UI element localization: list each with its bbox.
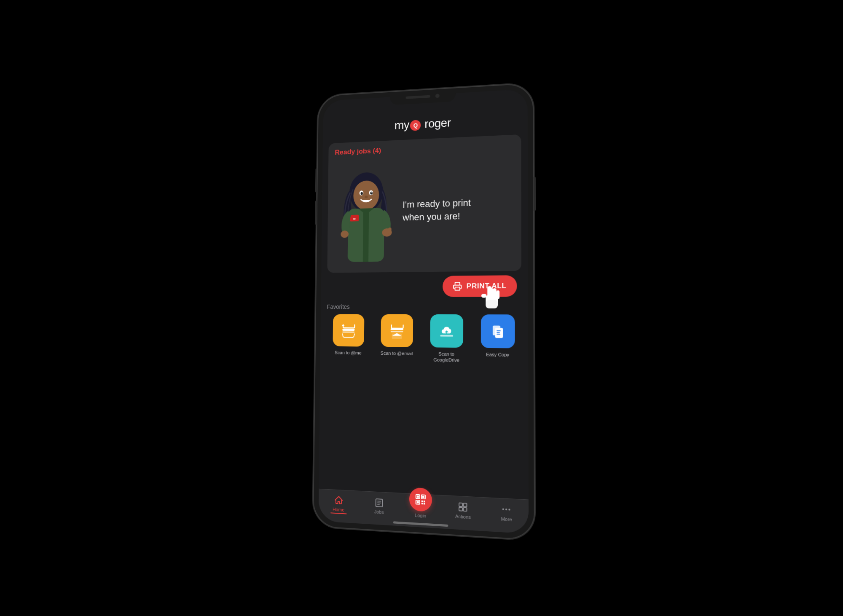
svg-rect-51 xyxy=(463,508,467,512)
app-logo: myQ roger xyxy=(395,116,451,132)
fav-label-scan-gdrive: Scan toGoogleDrive xyxy=(433,351,459,364)
svg-rect-10 xyxy=(363,208,369,262)
svg-rect-22 xyxy=(486,300,498,308)
fav-label-scan-email: Scan to @email xyxy=(381,350,413,356)
svg-point-52 xyxy=(502,508,504,510)
fav-icon-scan-gdrive xyxy=(430,314,463,348)
svg-rect-26 xyxy=(390,331,403,332)
fav-item-scan-gdrive[interactable]: Scan toGoogleDrive xyxy=(423,314,470,364)
fav-label-scan-me: Scan to @me xyxy=(335,350,362,356)
scene: myQ roger Ready jobs (4) xyxy=(0,0,843,616)
actions-icon xyxy=(458,501,468,512)
svg-point-54 xyxy=(509,509,510,510)
qr-icon xyxy=(415,493,427,506)
mascot-area: ID xyxy=(334,162,399,262)
scan-to-gdrive-icon xyxy=(438,322,455,340)
svg-rect-32 xyxy=(497,332,500,333)
fav-icon-scan-email xyxy=(381,314,413,347)
logo-roger: roger xyxy=(424,116,451,131)
ready-jobs-card: Ready jobs (4) xyxy=(327,134,521,273)
svg-rect-48 xyxy=(459,503,462,507)
svg-rect-33 xyxy=(497,334,500,335)
svg-rect-20 xyxy=(497,290,499,299)
nav-item-more[interactable]: More xyxy=(485,501,529,525)
logo-my: my xyxy=(395,118,409,132)
fav-label-easy-copy: Easy Copy xyxy=(486,351,509,358)
jobs-icon xyxy=(374,497,384,508)
nav-item-login[interactable]: Login xyxy=(400,497,442,520)
fav-icon-scan-me xyxy=(333,314,364,347)
nav-label-login: Login xyxy=(415,513,426,519)
svg-rect-31 xyxy=(497,330,501,331)
svg-rect-14 xyxy=(388,228,392,235)
mascot-illustration: ID xyxy=(336,166,397,262)
nav-item-jobs[interactable]: Jobs xyxy=(359,495,400,517)
ready-message-line1: I'm ready to print xyxy=(403,198,471,210)
favorites-grid: Scan to @me xyxy=(326,314,522,364)
nav-item-actions[interactable]: Actions xyxy=(442,499,485,522)
svg-rect-49 xyxy=(463,503,467,507)
svg-rect-23 xyxy=(342,329,354,331)
svg-rect-28 xyxy=(440,335,453,337)
svg-rect-30 xyxy=(495,328,503,338)
svg-rect-39 xyxy=(417,495,419,498)
svg-rect-45 xyxy=(424,501,425,502)
svg-rect-44 xyxy=(422,501,423,502)
scan-to-me-icon xyxy=(340,321,357,339)
svg-point-53 xyxy=(505,509,507,510)
ready-message-line2: when you are! xyxy=(403,211,460,222)
easy-copy-icon xyxy=(489,322,507,340)
fav-item-scan-email[interactable]: Scan to @email xyxy=(374,314,419,363)
ready-message: I'm ready to print when you are! xyxy=(403,196,514,224)
phone-frame: myQ roger Ready jobs (4) xyxy=(314,83,534,539)
svg-rect-50 xyxy=(459,507,462,511)
ready-jobs-body: ID xyxy=(327,153,521,271)
nav-label-jobs: Jobs xyxy=(374,509,384,514)
print-all-area: PRINT ALL xyxy=(327,275,521,297)
power-button[interactable] xyxy=(534,177,536,211)
svg-rect-19 xyxy=(490,288,493,298)
volume-up-button[interactable] xyxy=(315,169,317,193)
svg-rect-24 xyxy=(342,332,354,333)
scan-to-email-icon xyxy=(388,322,405,340)
printer-icon xyxy=(453,281,462,291)
volume-down-button[interactable] xyxy=(315,201,317,225)
camera xyxy=(435,94,440,98)
nav-item-home[interactable]: Home xyxy=(319,493,359,515)
svg-rect-41 xyxy=(422,496,424,498)
svg-rect-47 xyxy=(424,503,425,504)
svg-rect-27 xyxy=(392,334,401,339)
nav-label-more: More xyxy=(501,516,512,522)
svg-text:ID: ID xyxy=(353,217,356,220)
phone-screen: myQ roger Ready jobs (4) xyxy=(318,89,529,534)
svg-rect-43 xyxy=(417,501,419,503)
cursor-hand xyxy=(474,280,508,314)
speaker xyxy=(406,95,430,99)
nav-label-actions: Actions xyxy=(455,514,471,520)
svg-rect-46 xyxy=(422,503,423,504)
home-icon xyxy=(334,495,344,506)
logo-q: Q xyxy=(410,120,421,131)
app-content: Ready jobs (4) xyxy=(319,130,529,499)
fav-item-scan-me[interactable]: Scan to @me xyxy=(326,314,370,362)
more-icon xyxy=(501,504,512,515)
fav-icon-easy-copy xyxy=(481,314,515,348)
fav-item-easy-copy[interactable]: Easy Copy xyxy=(474,314,521,364)
nav-label-home: Home xyxy=(333,507,344,513)
svg-rect-21 xyxy=(481,294,486,297)
